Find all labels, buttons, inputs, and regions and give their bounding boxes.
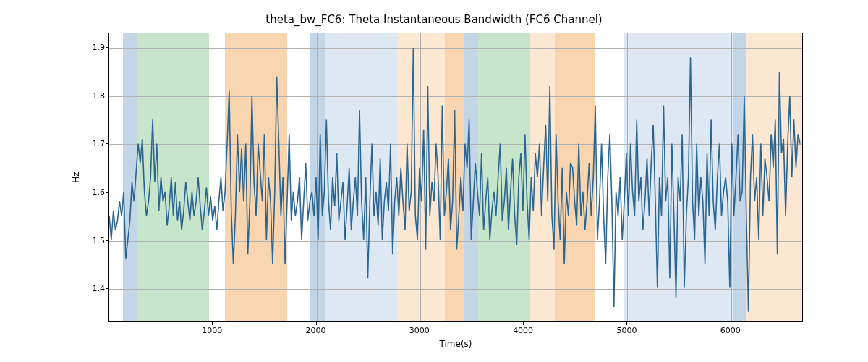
xtick-mark (626, 322, 627, 325)
ytick-label: 1.8 (11, 90, 105, 100)
y-axis-label: Hz (71, 172, 81, 182)
ytick-label: 1.9 (11, 43, 105, 52)
xtick-mark (523, 322, 524, 325)
xtick-mark (316, 322, 317, 325)
ytick-mark (106, 47, 109, 48)
ytick-label: 1.5 (11, 235, 105, 245)
ytick-label: 1.4 (11, 284, 105, 293)
ytick-mark (106, 192, 109, 193)
ytick-label: 1.7 (11, 139, 105, 148)
x-axis-label: Time(s) (440, 339, 472, 349)
plot-axes (109, 33, 803, 322)
xtick-label: 5000 (605, 326, 648, 335)
xtick-mark (420, 322, 420, 325)
xtick-label: 6000 (709, 326, 752, 335)
xtick-label: 2000 (294, 326, 338, 335)
line-plot (109, 33, 802, 321)
ytick-mark (106, 96, 109, 96)
ytick-mark (106, 143, 109, 144)
chart-title: theta_bw_FC6: Theta Instantaneous Bandwi… (0, 13, 868, 26)
ytick-mark (106, 288, 109, 289)
ytick-label: 1.6 (11, 188, 105, 197)
xtick-label: 4000 (501, 326, 545, 335)
xtick-label: 1000 (190, 326, 234, 335)
ytick-mark (106, 240, 109, 241)
xtick-label: 3000 (398, 326, 441, 335)
xtick-mark (731, 322, 731, 325)
series-line (109, 48, 800, 312)
chart-figure: theta_bw_FC6: Theta Instantaneous Bandwi… (0, 0, 868, 362)
xtick-mark (212, 322, 213, 325)
